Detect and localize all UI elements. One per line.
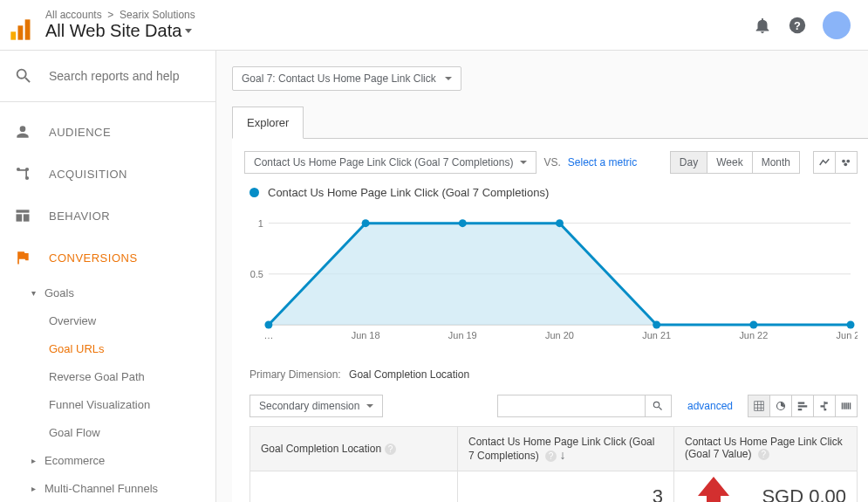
- column-header-location[interactable]: Goal Completion Location ?: [250, 427, 458, 471]
- main-content: Goal 7: Contact Us Home Page Link Click …: [216, 51, 868, 502]
- svg-rect-50: [848, 402, 850, 409]
- chevron-down-icon: [185, 29, 192, 33]
- vs-label: VS.: [543, 156, 560, 168]
- column-header-completions[interactable]: Contact Us Home Page Link Click (Goal 7 …: [458, 427, 674, 471]
- secondary-dimension-selector[interactable]: Secondary dimension: [249, 395, 383, 417]
- sidebar-item-goal-flow[interactable]: Goal Flow: [0, 418, 215, 446]
- search-icon: [14, 66, 33, 86]
- view-pie-button[interactable]: [769, 395, 792, 417]
- sidebar-item-behavior[interactable]: BEHAVIOR: [0, 195, 215, 237]
- avatar[interactable]: [823, 11, 851, 39]
- svg-text:…: …: [263, 330, 273, 340]
- chart-type-line-button[interactable]: [813, 151, 836, 174]
- svg-text:Jun 23: Jun 23: [837, 330, 858, 340]
- time-day-button[interactable]: Day: [670, 151, 707, 174]
- time-month-button[interactable]: Month: [752, 151, 800, 174]
- search-row[interactable]: [0, 51, 215, 102]
- sidebar-item-multi-channel-funnels[interactable]: Multi-Channel Funnels: [0, 474, 215, 502]
- help-icon[interactable]: ?: [385, 444, 396, 455]
- behavior-icon: [14, 207, 31, 224]
- view-performance-button[interactable]: [791, 395, 814, 417]
- svg-rect-51: [850, 402, 851, 409]
- svg-rect-10: [24, 214, 30, 221]
- data-table: Goal Completion Location ? Contact Us Ho…: [249, 426, 858, 502]
- summary-cell-completions: 3 % of Total: 100.00% (3): [458, 471, 674, 502]
- svg-rect-1: [18, 25, 24, 39]
- chevron-down-icon: [445, 77, 452, 80]
- line-chart[interactable]: 0.51…Jun 18Jun 19Jun 20Jun 21Jun 22Jun 2…: [249, 204, 858, 344]
- sort-down-icon: ↓: [559, 448, 565, 462]
- view-pivot-button[interactable]: [835, 395, 858, 417]
- metric-selector[interactable]: Contact Us Home Page Link Click (Goal 7 …: [244, 151, 537, 174]
- sidebar-item-conversions[interactable]: CONVERSIONS: [0, 237, 215, 279]
- svg-text:0.5: 0.5: [250, 269, 263, 279]
- chevron-down-icon: [520, 161, 527, 164]
- svg-text:Jun 20: Jun 20: [545, 330, 574, 340]
- app-header: All accounts > Searix Solutions All Web …: [0, 0, 868, 51]
- sidebar-item-ecommerce[interactable]: Ecommerce: [0, 446, 215, 474]
- svg-rect-8: [17, 210, 30, 212]
- svg-rect-0: [10, 31, 16, 39]
- person-icon: [14, 123, 31, 141]
- svg-point-12: [846, 160, 850, 163]
- svg-point-27: [264, 321, 272, 329]
- help-icon[interactable]: ?: [758, 449, 769, 460]
- chevron-down-icon: [366, 404, 373, 408]
- svg-point-29: [459, 219, 467, 227]
- summary-cell-location: [250, 471, 458, 502]
- view-table-button[interactable]: [748, 395, 770, 417]
- sidebar-item-goal-urls[interactable]: Goal URLs: [0, 334, 215, 362]
- annotation-arrow: [698, 477, 729, 502]
- svg-rect-47: [842, 402, 844, 409]
- svg-rect-45: [821, 405, 825, 407]
- tab-explorer[interactable]: Explorer: [232, 107, 304, 139]
- page-title: All Web Site Data: [45, 21, 181, 41]
- svg-rect-9: [17, 214, 23, 221]
- table-search-button[interactable]: [646, 395, 672, 417]
- svg-rect-2: [25, 19, 31, 39]
- help-icon[interactable]: ?: [545, 450, 557, 462]
- select-metric-link[interactable]: Select a metric: [568, 156, 637, 168]
- svg-point-31: [653, 321, 660, 329]
- sidebar-item-overview[interactable]: Overview: [0, 306, 215, 334]
- table-search-input[interactable]: [497, 395, 646, 417]
- svg-text:Jun 21: Jun 21: [642, 330, 671, 340]
- ga-logo-icon: [9, 17, 33, 42]
- chart-legend: Contact Us Home Page Link Click (Goal 7 …: [249, 186, 868, 199]
- svg-rect-46: [824, 409, 826, 410]
- svg-point-30: [556, 219, 564, 227]
- svg-rect-49: [845, 402, 847, 409]
- series-dot-icon: [249, 188, 259, 197]
- help-icon[interactable]: ?: [788, 16, 807, 35]
- advanced-link[interactable]: advanced: [687, 400, 733, 412]
- view-selector[interactable]: All Web Site Data: [45, 21, 753, 41]
- breadcrumb-child[interactable]: Searix Solutions: [120, 9, 195, 21]
- svg-rect-48: [844, 402, 845, 409]
- svg-point-13: [844, 162, 847, 166]
- svg-point-33: [847, 321, 855, 329]
- svg-point-11: [842, 160, 845, 163]
- breadcrumb-parent[interactable]: All accounts: [45, 9, 102, 21]
- flag-icon: [14, 249, 31, 266]
- sidebar: AUDIENCE ACQUISITION BEHAVIOR CONVERSION…: [0, 51, 216, 502]
- svg-point-32: [749, 321, 757, 329]
- search-input[interactable]: [49, 69, 202, 83]
- breadcrumb[interactable]: All accounts > Searix Solutions: [45, 9, 753, 21]
- sidebar-item-acquisition[interactable]: ACQUISITION: [0, 153, 215, 195]
- sidebar-item-reverse-goal-path[interactable]: Reverse Goal Path: [0, 362, 215, 390]
- bell-icon[interactable]: [753, 16, 772, 35]
- svg-text:Jun 18: Jun 18: [352, 330, 380, 340]
- sidebar-item-goals[interactable]: Goals: [0, 279, 215, 306]
- time-week-button[interactable]: Week: [707, 151, 752, 174]
- svg-rect-44: [824, 402, 828, 404]
- sidebar-item-audience[interactable]: AUDIENCE: [0, 111, 215, 153]
- svg-rect-42: [798, 409, 803, 410]
- column-header-value[interactable]: Contact Us Home Page Link Click (Goal 7 …: [674, 427, 857, 471]
- goal-selector[interactable]: Goal 7: Contact Us Home Page Link Click: [232, 66, 461, 91]
- svg-text:?: ?: [794, 18, 801, 31]
- svg-text:Jun 19: Jun 19: [448, 330, 477, 340]
- sidebar-item-funnel-visualization[interactable]: Funnel Visualization: [0, 390, 215, 418]
- view-comparison-button[interactable]: [813, 395, 836, 417]
- primary-dimension-label: Primary Dimension: Goal Completion Locat…: [249, 368, 868, 381]
- chart-type-motion-button[interactable]: [835, 151, 858, 174]
